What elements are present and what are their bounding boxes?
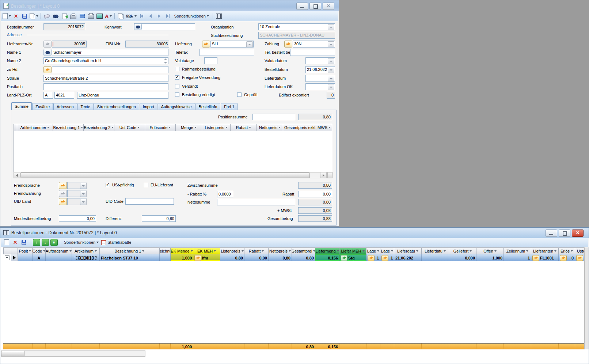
move-down-button[interactable]: ↓ [41, 239, 49, 246]
valutadatum-combo[interactable] [305, 57, 335, 64]
freigabe-versendung-checkbox[interactable] [175, 75, 179, 80]
pos-cell-1[interactable]: A [33, 254, 46, 261]
zu-hd-arrow-button[interactable] [43, 66, 52, 73]
pos-col-header-0[interactable]: Posit [18, 247, 33, 254]
pos-cell-20[interactable]: 1 [504, 254, 531, 261]
chevron-down-icon[interactable] [328, 24, 334, 30]
chevron-down-icon[interactable] [278, 127, 281, 128]
pos-cell-2[interactable] [46, 254, 72, 261]
mindestbestellbetrag-field[interactable]: 0,00 [59, 215, 96, 222]
pos-col-header-13[interactable]: Liefer MEH [339, 247, 366, 254]
pos-cell-17[interactable] [422, 254, 449, 261]
bestellpositionen-titlebar[interactable]: Bestellpositionen - Dokument Nr. 2015072… [0, 228, 589, 238]
bestelldatum-combo[interactable]: 21.06.2022 [305, 66, 335, 73]
kennwort-field[interactable] [134, 23, 195, 30]
pos-col-header-8[interactable]: Listenpreis [220, 247, 244, 254]
chevron-down-icon[interactable] [337, 250, 339, 252]
chevron-down-icon[interactable] [137, 127, 140, 128]
fremdwaehrung-combo[interactable] [67, 190, 87, 197]
bestellungen-titlebar[interactable]: ✓ Bestellungen | * Layout 0 ✕ [0, 0, 339, 11]
chevron-down-icon[interactable] [526, 250, 528, 252]
summe-col-header-9[interactable]: Nettopreis [257, 124, 283, 131]
chevron-down-icon[interactable] [246, 41, 253, 48]
rabatt-prozent-field[interactable]: 0,0000 [217, 191, 233, 197]
pos-col-header-12[interactable]: Liefermeng [315, 247, 339, 254]
scroll-thumb[interactable] [1, 351, 24, 356]
import-button[interactable] [61, 12, 68, 20]
valutatage-field[interactable] [204, 57, 217, 64]
lieferung-combo[interactable]: SLL [210, 41, 254, 48]
pos-col-header-5[interactable]: Bezeichnun [160, 247, 171, 254]
chevron-down-icon[interactable] [328, 84, 334, 90]
nav-first-button[interactable] [138, 12, 145, 20]
name2-field[interactable]: Großhandelsgesellschaft m.b.H. [43, 57, 168, 64]
strasse-field[interactable]: Schachermayerstraße 2 [43, 75, 168, 82]
summe-col-header-8[interactable]: Rabatt [231, 124, 257, 131]
tab-frei-1[interactable]: Frei 1 [221, 103, 238, 110]
pos-col-header-16[interactable]: Lieferdatu [394, 247, 422, 254]
positionssumme-input[interactable] [252, 114, 295, 120]
pos-cell-18[interactable]: 0,000 [449, 254, 476, 261]
tab-import[interactable]: Import [140, 103, 157, 110]
pos-col-header-19[interactable]: Offen [476, 247, 504, 254]
grid-vscrollbar[interactable] [584, 247, 589, 349]
chevron-down-icon[interactable] [328, 41, 334, 48]
sonderfunktionen-menu[interactable]: Sonderfunktionen [62, 239, 100, 246]
chevron-down-icon[interactable] [81, 127, 83, 128]
delete-button[interactable]: ✕ [12, 12, 20, 20]
pos-col-header-17[interactable]: Lieferdatu [422, 247, 449, 254]
positions-hscrollbar[interactable] [1, 350, 145, 357]
chevron-down-icon[interactable] [80, 199, 87, 205]
postfach-field[interactable] [43, 83, 168, 90]
pos-col-header-15[interactable]: Lage [380, 247, 394, 254]
scroll-left-button[interactable] [14, 172, 20, 178]
pos-col-header-11[interactable]: Gesamtprei [292, 247, 315, 254]
row-expander[interactable] [3, 254, 11, 261]
pos-cell-5[interactable] [160, 254, 171, 261]
plus-expander-icon[interactable] [5, 255, 10, 260]
summe-col-header-7[interactable]: Listenpreis [202, 124, 231, 131]
fax-button[interactable] [87, 12, 95, 20]
summe-col-header-0[interactable] [14, 124, 17, 131]
chevron-down-icon[interactable] [168, 127, 171, 128]
fremdsprache-arrow-button[interactable] [59, 182, 67, 189]
pos-cell-0[interactable] [18, 254, 33, 261]
summe-col-header-4[interactable]: Ust-Code [114, 124, 145, 131]
rahmenbestellung-checkbox[interactable] [175, 67, 179, 71]
zahlung-combo[interactable]: 30N [293, 41, 335, 48]
pos-col-header-2[interactable]: Auftragsnum [46, 247, 72, 254]
grid-view-button[interactable] [215, 12, 223, 20]
chevron-down-icon[interactable] [111, 127, 114, 128]
erase-button[interactable] [43, 12, 51, 20]
chevron-down-icon[interactable] [494, 250, 497, 252]
chevron-down-icon[interactable] [225, 127, 228, 128]
pos-cell-4[interactable]: Flacheisen ST37 10 [100, 254, 160, 261]
copy-button[interactable] [30, 12, 38, 20]
summe-col-header-2[interactable]: Bezeichnung 1 [53, 124, 84, 131]
versandt-checkbox[interactable] [175, 84, 179, 88]
chevron-down-icon[interactable] [80, 191, 87, 197]
pos-col-header-22[interactable]: Erlös [559, 247, 575, 254]
pos-cell-6[interactable]: 1,000 [171, 254, 193, 261]
list-button[interactable] [78, 12, 86, 20]
close-button[interactable]: ✕ [572, 230, 584, 237]
lieferdatum-combo[interactable] [305, 75, 335, 82]
nav-prev-button[interactable] [147, 12, 154, 20]
bestellnummer-field[interactable]: 2015072 [43, 23, 85, 30]
refresh-button[interactable]: ∗ [50, 239, 58, 246]
summe-col-header-3[interactable]: Bezeichnung 2 [84, 124, 114, 131]
lieferdatum-ok-combo[interactable] [305, 83, 335, 90]
nav-last-button[interactable] [164, 12, 172, 20]
lieferung-arrow-button[interactable] [202, 41, 210, 48]
pos-cell-13[interactable]: Stg [339, 254, 366, 261]
chevron-down-icon[interactable] [262, 250, 264, 252]
delete-button[interactable]: ✕ [11, 239, 19, 246]
pos-col-header-21[interactable]: Lieferanten [531, 247, 559, 254]
positions-grid-body[interactable] [14, 131, 332, 172]
pos-col-header-14[interactable]: Lage [366, 247, 380, 254]
orange-arrow-button[interactable] [576, 255, 583, 261]
nav-next-button[interactable] [155, 12, 163, 20]
pos-cell-8[interactable]: 0,80 [220, 254, 244, 261]
pos-col-header-6[interactable]: EK Menge [171, 247, 193, 254]
pos-col-header-18[interactable]: Geliefert [449, 247, 476, 254]
